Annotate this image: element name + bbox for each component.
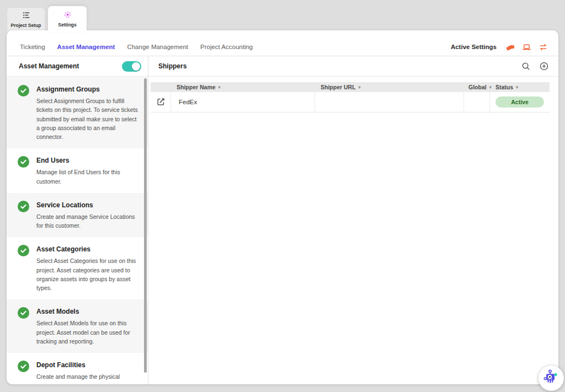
sidebar-item-title: Asset Categories (36, 245, 141, 253)
tab-project-setup-label: Project Setup (11, 23, 41, 28)
sidebar-item-title: Depot Facilities (36, 361, 141, 369)
check-circle-icon (18, 361, 29, 372)
nav-tab-project-accounting[interactable]: Project Accounting (200, 44, 253, 50)
sidebar-item-end-users[interactable]: End Users Manage list of End Users for t… (7, 148, 148, 193)
assistant-mascot-button[interactable] (539, 366, 564, 391)
settings-card: TicketingAsset ManagementChange Manageme… (7, 30, 558, 384)
sidebar-item-description: Select Asset Categories for use on this … (36, 256, 141, 292)
checklist-icon (22, 11, 30, 20)
sidebar-title: Asset Management (19, 62, 79, 70)
sort-caret-icon: ▾ (359, 85, 361, 90)
tab-project-setup[interactable]: Project Setup (7, 7, 45, 31)
panel-header: Shippers (148, 56, 558, 77)
panel-title: Shippers (158, 62, 186, 70)
cell-shipper-url (315, 92, 464, 112)
toggle-knob (132, 62, 140, 71)
table-body: FedEx Active (151, 92, 550, 112)
asset-management-sidebar: Asset Management Assignment Groups Selec… (7, 56, 148, 384)
swap-arrows-icon[interactable] (539, 42, 548, 52)
panel-header-icons (521, 62, 548, 71)
status-badge: Active (495, 96, 544, 108)
laptop-icon[interactable] (522, 42, 531, 52)
sidebar-item-service-locations[interactable]: Service Locations Create and manage Serv… (7, 193, 148, 238)
column-header-label: Global (468, 84, 487, 90)
column-header-shipper-url[interactable]: Shipper URL▾ (315, 84, 464, 90)
sidebar-item-title: Assignment Groups (36, 85, 141, 93)
tab-settings-label: Settings (58, 22, 77, 28)
sidebar-item-description: Select Asset Models for use on this proj… (36, 319, 141, 346)
content-area: Asset Management Assignment Groups Selec… (7, 56, 558, 384)
column-header-label: Shipper Name (177, 84, 216, 90)
table-row[interactable]: FedEx Active (151, 92, 550, 112)
check-circle-icon (18, 201, 29, 212)
asset-management-toggle[interactable] (122, 61, 141, 72)
nav-tab-ticketing[interactable]: Ticketing (20, 44, 45, 50)
column-header-global[interactable]: Global▾ (464, 84, 490, 90)
cell-global (464, 92, 490, 112)
tab-settings[interactable]: Settings (48, 6, 87, 32)
nav-right-group: Active Settings (451, 42, 548, 52)
sidebar-item-description: Manage list of End Users for this custom… (36, 168, 141, 186)
nav-tabs: TicketingAsset ManagementChange Manageme… (20, 44, 253, 50)
check-circle-icon (18, 156, 29, 168)
sidebar-item-description: Select Assignment Groups to fulfill tick… (36, 96, 141, 141)
sidebar-item-depot-facilities[interactable]: Depot Facilities Create and manage the p… (7, 353, 148, 380)
cell-shipper-name: FedEx (171, 92, 315, 112)
active-settings-label: Active Settings (451, 44, 497, 50)
shippers-table: Shipper Name▾Shipper URL▾Global▾Status▾ … (151, 82, 550, 112)
tickets-icon[interactable] (505, 42, 515, 52)
column-header-label: Shipper URL (321, 84, 356, 90)
settings-nav: TicketingAsset ManagementChange Manageme… (7, 30, 558, 56)
column-header-status[interactable]: Status▾ (490, 84, 550, 90)
sidebar-item-assignment-groups[interactable]: Assignment Groups Select Assignment Grou… (7, 77, 148, 148)
sidebar-list: Assignment Groups Select Assignment Grou… (7, 77, 148, 380)
sidebar-item-title: End Users (36, 157, 141, 164)
search-icon[interactable] (521, 62, 530, 71)
sidebar-item-description: Create and manage the physical locations… (36, 372, 141, 380)
sidebar-item-title: Asset Models (36, 308, 141, 315)
robot-mascot-icon (542, 368, 560, 388)
sidebar-item-description: Create and manage Service Locations for … (36, 212, 141, 230)
table-header-row: Shipper Name▾Shipper URL▾Global▾Status▾ (151, 82, 550, 92)
sidebar-item-title: Service Locations (36, 201, 141, 209)
sidebar-item-asset-models[interactable]: Asset Models Select Asset Models for use… (7, 299, 148, 353)
column-header-label: Status (495, 84, 513, 90)
edit-icon[interactable] (157, 98, 165, 107)
sort-caret-icon: ▾ (516, 85, 518, 90)
sort-caret-icon: ▾ (218, 85, 221, 90)
add-icon[interactable] (540, 62, 548, 71)
sidebar-header: Asset Management (7, 56, 148, 77)
page-background: { "app_tabs": { "project_setup": "Projec… (0, 0, 565, 392)
nav-tab-change-management[interactable]: Change Management (127, 44, 188, 50)
column-header-shipper-name[interactable]: Shipper Name▾ (171, 84, 315, 90)
check-circle-icon (18, 245, 29, 256)
shippers-panel: Shippers (148, 56, 558, 384)
sidebar-item-asset-categories[interactable]: Asset Categories Select Asset Categories… (7, 237, 148, 299)
check-circle-icon (18, 85, 29, 96)
gear-icon (63, 10, 72, 20)
nav-tab-asset-management[interactable]: Asset Management (57, 44, 115, 50)
sidebar-scrollbar[interactable] (144, 78, 147, 373)
check-circle-icon (18, 307, 29, 319)
